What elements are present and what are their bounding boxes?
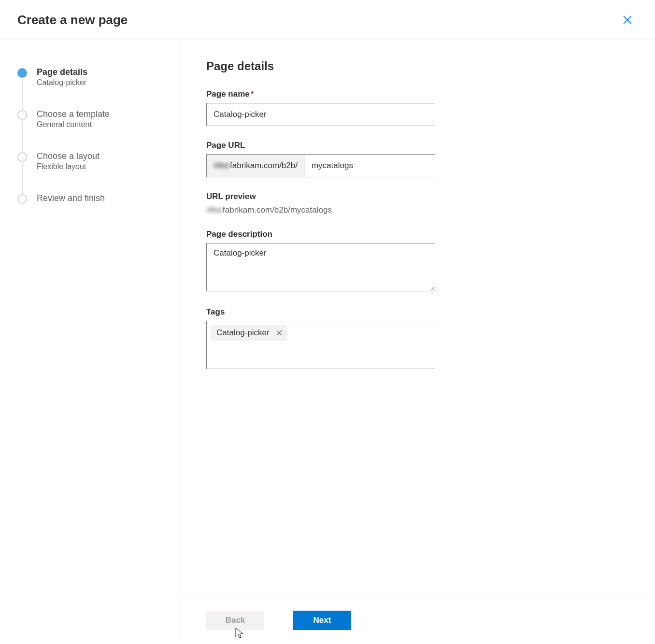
page-url-label: Page URL <box>206 141 631 150</box>
step-page-details[interactable]: Page details Catalog-picker <box>17 67 164 109</box>
dialog-title: Create a new page <box>17 13 128 28</box>
page-url-input[interactable] <box>305 155 435 177</box>
tag-label: Catalog-picker <box>216 328 270 338</box>
tags-input[interactable]: Catalog-picker <box>206 321 435 369</box>
step-title: Review and finish <box>37 193 105 203</box>
url-preview-value: rtltstfabrikam.com/b2b/mycatalogs <box>206 205 631 215</box>
url-preview-label: URL preview <box>206 192 631 201</box>
required-asterisk: * <box>251 89 254 99</box>
step-title: Choose a layout <box>37 151 100 161</box>
page-description-label: Page description <box>206 229 631 239</box>
next-button[interactable]: Next <box>293 611 351 630</box>
close-icon <box>623 15 632 24</box>
page-url-prefix: rtltstfabrikam.com/b2b/ <box>207 155 305 177</box>
close-button[interactable] <box>619 12 636 28</box>
close-icon <box>276 330 282 336</box>
tag-remove-button[interactable] <box>275 329 283 337</box>
form-heading: Page details <box>206 59 631 73</box>
step-review-finish[interactable]: Review and finish <box>17 193 164 204</box>
step-choose-template[interactable]: Choose a template General content <box>17 109 164 151</box>
step-subtitle: Catalog-picker <box>37 78 87 87</box>
step-subtitle: General content <box>37 120 110 129</box>
tag-chip: Catalog-picker <box>211 325 287 341</box>
back-button[interactable]: Back <box>206 611 264 630</box>
step-choose-layout[interactable]: Choose a layout Flexible layout <box>17 151 164 193</box>
wizard-steps: Page details Catalog-picker Choose a tem… <box>0 40 182 642</box>
page-name-label: Page name* <box>206 89 631 99</box>
page-name-input[interactable] <box>206 103 435 126</box>
step-marker-icon <box>17 68 27 78</box>
page-description-input[interactable] <box>206 243 435 291</box>
step-marker-icon <box>17 152 27 162</box>
step-title: Page details <box>37 67 87 77</box>
step-title: Choose a template <box>37 109 110 119</box>
tags-label: Tags <box>206 307 631 317</box>
step-subtitle: Flexible layout <box>37 162 100 171</box>
step-marker-icon <box>17 110 27 120</box>
step-marker-icon <box>17 194 27 204</box>
